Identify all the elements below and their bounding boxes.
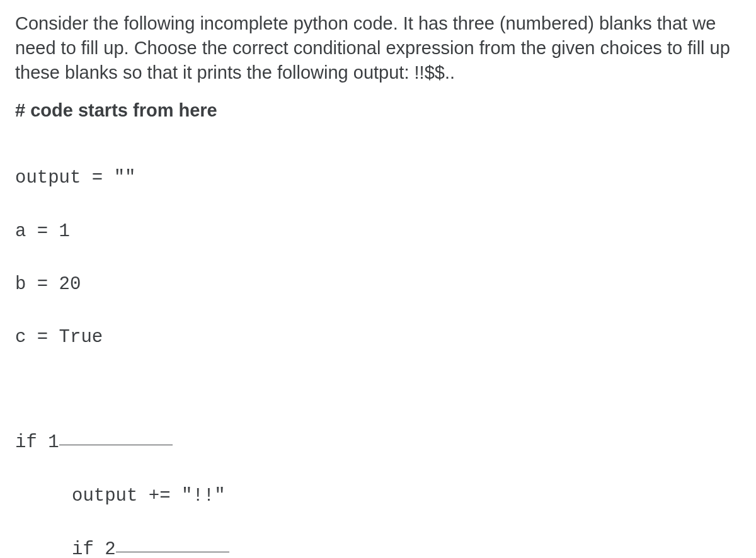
code-comment-heading: # code starts from here [15, 100, 741, 121]
if-2-text: if 2 [72, 539, 116, 558]
blank-2 [116, 534, 229, 552]
code-line-1: output = "" [15, 165, 741, 191]
code-line-if-2: if 2 [15, 536, 741, 558]
question-paragraph: Consider the following incomplete python… [15, 11, 741, 85]
code-line-3: b = 20 [15, 271, 741, 298]
code-line-6: output += "!!" [15, 483, 741, 510]
code-line-2: a = 1 [15, 219, 741, 245]
code-line-if-1: if 1 [15, 429, 741, 456]
code-block: output = "" a = 1 b = 20 c = True if 1 o… [15, 139, 741, 558]
if-1-text: if 1 [15, 432, 59, 453]
code-line-4: c = True [15, 324, 741, 351]
blank-1 [59, 427, 173, 445]
